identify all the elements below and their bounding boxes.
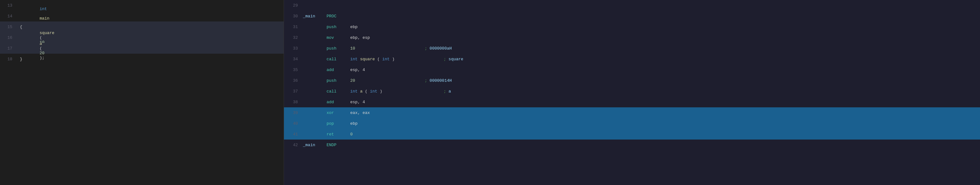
asm-op-ret: ret [326, 132, 350, 137]
asm-comment-34: ; square [444, 57, 463, 62]
asm-comment-text-34: square [449, 57, 463, 62]
asm-line-30: 30 _main PROC [284, 11, 980, 21]
asm-comment-text-36: 00000014H [430, 78, 452, 83]
asm-op-pop: pop [326, 121, 350, 126]
asm-op-add-38: add [326, 100, 350, 105]
asm-kw-int-37: int [350, 89, 358, 94]
source-panel: 13 14 int main () 15 { 16 square ( [0, 0, 284, 185]
paren: ( [377, 57, 380, 62]
asm-operands-32: ebp, esp [350, 35, 420, 40]
asm-line-33: 33 push 10 ; 0000000aH [284, 43, 980, 54]
asm-operands-40: ebp [350, 121, 420, 126]
asm-op-proc: PROC [326, 14, 350, 19]
asm-num-34: 34 [284, 57, 303, 62]
asm-comment-36: ; 00000014H [425, 78, 452, 83]
code-area: 13 14 int main () 15 { 16 square ( [0, 0, 284, 185]
line-number-13: 13 [0, 3, 18, 8]
asm-num-39: 39 [284, 110, 303, 115]
asm-line-32: 32 mov ebp, esp [284, 32, 980, 43]
asm-num-41: 41 [284, 132, 303, 137]
asm-operands-37: int a ( int ) [350, 89, 439, 94]
asm-num-31: 31 [284, 25, 303, 29]
line-number-18: 18 [0, 57, 18, 62]
asm-label-main-end: _main [303, 143, 326, 147]
asm-op-xor: xor [326, 110, 350, 115]
asm-comment-text-37: a [449, 89, 451, 94]
asm-kw-int-param-34: int [382, 57, 389, 62]
asm-comment-33: ; 0000000aH [425, 46, 452, 51]
asm-line-42: 42 _main ENDP [284, 140, 980, 150]
asm-num-42: 42 [284, 143, 303, 147]
asm-line-36: 36 push 20 ; 00000014H [284, 75, 980, 86]
paren-close: ) [392, 57, 395, 62]
line-content-18: } [18, 57, 22, 62]
asm-operands-33: 10 [350, 46, 420, 51]
asm-fn-a: a [360, 89, 363, 94]
code-line-14: 14 int main () [0, 11, 284, 21]
asm-line-38: 38 add esp, 4 [284, 97, 980, 107]
asm-num-35: 35 [284, 67, 303, 72]
asm-operands-31: ebp [350, 25, 420, 29]
asm-op-call-37: call [326, 89, 350, 94]
func-a: a [40, 41, 42, 46]
asm-operands-34: int square ( int ) [350, 57, 439, 62]
asm-op-push-31: push [326, 25, 350, 29]
asm-num-33: 33 [284, 46, 303, 51]
asm-op-push-36: push [326, 78, 350, 83]
asm-line-40: 40 pop ebp [284, 118, 980, 129]
asm-operands-38: esp, 4 [350, 100, 420, 105]
asm-op-add-35: add [326, 67, 350, 72]
asm-line-34: 34 call int square ( int ) ; square [284, 54, 980, 64]
asm-op-push-33: push [326, 46, 350, 51]
asm-label-main: _main [303, 14, 326, 19]
asm-comment-37: ; a [444, 89, 451, 94]
asm-area: 29 30 _main PROC 31 push ebp 32 mov ebp,… [284, 0, 980, 185]
asm-line-31: 31 push ebp [284, 21, 980, 32]
asm-line-35: 35 add esp, 4 [284, 64, 980, 75]
line-number-14: 14 [0, 14, 18, 19]
asm-line-37: 37 call int a ( int ) ; a [284, 86, 980, 97]
asm-num-38: 38 [284, 100, 303, 105]
line-number-17: 17 [0, 46, 18, 51]
asm-operands-41: 0 [350, 132, 420, 137]
asm-num-32: 32 [284, 35, 303, 40]
asm-line-41: 41 ret 0 [284, 129, 980, 140]
asm-op-mov: mov [326, 35, 350, 40]
asm-fn-square: square [360, 57, 375, 62]
asm-operands-35: esp, 4 [350, 67, 420, 72]
asm-comment-text-33: 0000000aH [430, 46, 452, 51]
asm-num-29: 29 [284, 3, 303, 8]
asm-operands-39: eax, eax [350, 110, 420, 115]
code-line-18: 18 } [0, 54, 284, 64]
asm-num-30: 30 [284, 14, 303, 19]
line-number-16: 16 [0, 35, 18, 40]
asm-num-37: 37 [284, 89, 303, 94]
line-number-15: 15 [0, 25, 18, 29]
asm-kw-int-param-37: int [370, 89, 377, 94]
asm-line-29: 29 [284, 0, 980, 11]
paren: ( [365, 89, 368, 94]
asm-op-call-34: call [326, 57, 350, 62]
asm-line-39: 39 xor eax, eax [284, 107, 980, 118]
assembly-panel: 29 30 _main PROC 31 push ebp 32 mov ebp,… [284, 0, 980, 185]
keyword-int: int [40, 6, 47, 11]
asm-op-endp: ENDP [326, 143, 350, 147]
paren-close: ) [380, 89, 382, 94]
asm-num-40: 40 [284, 121, 303, 126]
indent [40, 37, 49, 41]
asm-num-36: 36 [284, 78, 303, 83]
asm-kw-int-34: int [350, 57, 358, 62]
asm-operands-36: 20 [350, 78, 420, 83]
paren-open: ( [40, 46, 42, 51]
code-line-17: 17 a ( 20 ); [0, 43, 284, 54]
indent [40, 26, 49, 30]
func-main: main [40, 16, 49, 21]
space [40, 11, 42, 16]
